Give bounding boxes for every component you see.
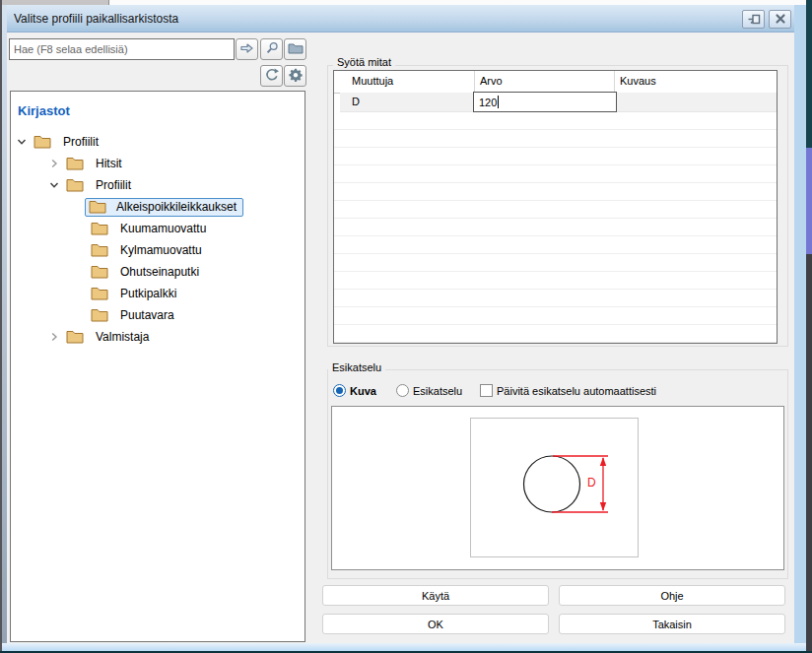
dimension-label: D xyxy=(587,476,596,490)
magnifier-icon xyxy=(265,41,279,57)
column-divider xyxy=(614,71,615,93)
tree-item-kuumamuovattu[interactable]: Kuumamuovattu xyxy=(11,218,304,239)
help-button[interactable]: Ohje xyxy=(559,585,785,606)
window-title: Valitse profiili paikallisarkistosta xyxy=(14,12,178,26)
back-button[interactable]: Takaisin xyxy=(559,614,785,634)
folder-icon xyxy=(288,42,304,56)
tree-item-valmistaja[interactable]: Valmistaja xyxy=(11,326,304,348)
tree-item-label: Kylmamuovattu xyxy=(120,243,202,257)
tree-item-label: Puutavara xyxy=(120,308,174,322)
arvo-value-text: 120 xyxy=(479,97,497,108)
tree-item-profiilit-root[interactable]: Profiilit xyxy=(11,131,304,153)
selected-tree-item[interactable]: Alkeispoikkileikkaukset xyxy=(85,198,243,217)
checkbox-paivita-label: Päivitä esikatselu automaattisesti xyxy=(497,385,656,397)
tree-item-label: Hitsit xyxy=(96,157,122,170)
chevron-down-icon[interactable] xyxy=(48,179,60,191)
ok-button[interactable]: OK xyxy=(322,614,549,634)
background-edge xyxy=(806,0,812,148)
folder-icon xyxy=(66,330,84,344)
folder-icon xyxy=(89,200,106,214)
radio-kuva[interactable] xyxy=(333,384,346,397)
open-folder-button[interactable] xyxy=(284,38,306,60)
window-border-left xyxy=(2,5,7,651)
background-edge xyxy=(806,254,812,653)
tree-item-profiilit[interactable]: Profiilit xyxy=(11,174,304,196)
radio-kuva-label: Kuva xyxy=(350,385,376,397)
folder-icon xyxy=(91,265,108,279)
folder-icon xyxy=(91,308,108,322)
tree-item-label: Alkeispoikkileikkaukset xyxy=(116,200,237,214)
library-tree: Profiilit Hitsit Profiilit Alkeispoikkil… xyxy=(11,131,304,348)
arvo-value-input[interactable]: 120 xyxy=(473,92,617,112)
library-header: Kirjastot xyxy=(18,103,70,118)
folder-icon xyxy=(91,287,108,300)
chevron-right-icon[interactable] xyxy=(48,158,60,169)
empty-rows-area xyxy=(334,112,777,343)
apply-button[interactable]: Käytä xyxy=(322,585,549,606)
arrow-right-icon xyxy=(239,41,254,57)
help-button-label: Ohje xyxy=(660,590,683,602)
tree-item-label: Profiilit xyxy=(96,178,131,192)
text-caret xyxy=(498,96,499,108)
profile-image-box xyxy=(470,418,639,557)
radio-esikatselu-label: Esikatselu xyxy=(413,385,462,397)
folder-icon xyxy=(91,222,108,235)
pin-button[interactable] xyxy=(742,10,765,29)
checkbox-paivita[interactable] xyxy=(480,384,493,397)
dimensions-table[interactable]: Muuttuja Arvo Kuvaus D 120 xyxy=(333,70,778,344)
background-edge xyxy=(806,148,812,254)
pin-icon xyxy=(747,12,761,28)
tree-item-hitsit[interactable]: Hitsit xyxy=(11,153,304,174)
refresh-icon xyxy=(265,68,279,84)
tree-item-label: Kuumamuovattu xyxy=(120,222,206,235)
profile-select-dialog: Valitse profiili paikallisarkistosta xyxy=(0,0,812,653)
column-header-arvo: Arvo xyxy=(480,75,503,87)
close-icon xyxy=(775,13,786,27)
window-border-bottom xyxy=(2,643,806,651)
column-divider xyxy=(474,71,475,93)
back-button-label: Takaisin xyxy=(652,619,692,630)
close-button[interactable] xyxy=(769,10,791,29)
folder-icon xyxy=(66,178,84,192)
folder-icon xyxy=(34,135,51,149)
search-go-button[interactable] xyxy=(236,38,258,60)
tree-item-label: Ohutseinaputki xyxy=(120,265,199,279)
folder-icon xyxy=(91,243,108,257)
gear-icon xyxy=(289,68,303,84)
chevron-down-icon[interactable] xyxy=(16,136,28,148)
column-header-kuvaus: Kuvaus xyxy=(620,75,656,87)
ok-button-label: OK xyxy=(428,619,443,630)
tree-item-ohutseinaputki[interactable]: Ohutseinaputki xyxy=(11,261,304,283)
search-button[interactable] xyxy=(260,38,283,60)
variable-name-cell: D xyxy=(352,96,360,107)
tree-item-label: Profiilit xyxy=(63,135,99,149)
folder-icon xyxy=(66,157,84,170)
window-border-right xyxy=(794,5,806,651)
search-input[interactable] xyxy=(9,38,235,60)
table-header-row: Muuttuja Arvo Kuvaus xyxy=(334,71,777,94)
tree-item-kylmamuovattu[interactable]: Kylmamuovattu xyxy=(11,239,304,261)
refresh-button[interactable] xyxy=(260,65,283,87)
settings-button[interactable] xyxy=(284,65,306,87)
tree-item-label: Putkipalkki xyxy=(120,287,176,300)
tree-item-putkipalkki[interactable]: Putkipalkki xyxy=(11,283,304,304)
tree-item-puutavara[interactable]: Puutavara xyxy=(11,304,304,326)
column-header-muuttuja: Muuttuja xyxy=(352,75,393,87)
apply-button-label: Käytä xyxy=(422,590,449,602)
preview-group-label: Esikatselu xyxy=(328,361,385,373)
tree-item-alkeispoikkileikkaukset[interactable]: Alkeispoikkileikkaukset xyxy=(11,196,304,218)
chevron-right-icon[interactable] xyxy=(48,331,60,343)
radio-esikatselu[interactable] xyxy=(396,384,409,397)
tree-item-label: Valmistaja xyxy=(96,330,149,344)
profile-preview-drawing xyxy=(471,419,638,556)
dimensions-group-label: Syötä mitat xyxy=(333,56,395,68)
